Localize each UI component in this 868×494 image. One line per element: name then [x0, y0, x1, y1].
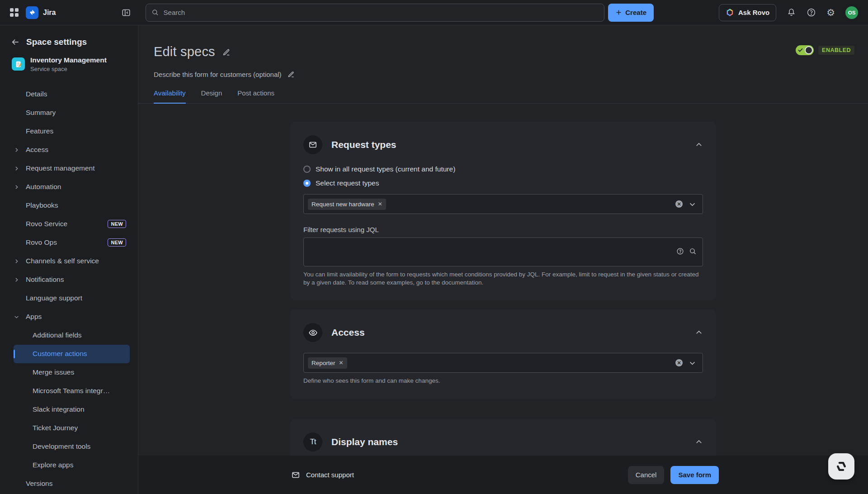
jira-mark-icon — [28, 9, 36, 16]
sidebar-item-label: Details — [26, 90, 47, 98]
sidebar-item-automation[interactable]: Automation — [14, 178, 130, 196]
card-title: Access — [331, 327, 365, 338]
rovo-hexagon-icon — [835, 461, 847, 472]
access-help-text: Define who sees this form and can make c… — [303, 377, 703, 385]
chevron-right-icon — [14, 277, 26, 283]
enabled-toggle[interactable] — [796, 45, 814, 55]
access-eye-icon — [303, 323, 322, 342]
collapse-card-chevron-icon[interactable] — [695, 438, 703, 446]
radio-show-all-request-types[interactable]: Show in all request types (current and f… — [303, 165, 703, 173]
tab-availability[interactable]: Availability — [154, 89, 186, 104]
footer-bar: Contact support Cancel Save form — [138, 456, 868, 494]
jql-help-icon[interactable] — [676, 247, 684, 256]
sidebar-item-apps[interactable]: Apps — [14, 308, 130, 326]
collapse-card-chevron-icon[interactable] — [695, 141, 703, 149]
sidebar-item-label: Summary — [26, 109, 56, 117]
sidebar-item-notifications[interactable]: Notifications — [14, 271, 130, 289]
sidebar-item-features[interactable]: Features — [14, 122, 130, 141]
radio-icon — [303, 166, 311, 173]
selected-access: Reporter✕ — [308, 357, 347, 369]
sidebar-item-label: Features — [26, 127, 53, 135]
jql-help-text: You can limit availability of the form t… — [303, 271, 703, 287]
user-avatar[interactable]: OS — [845, 6, 858, 19]
notifications-bell-icon[interactable] — [787, 8, 796, 17]
tag-chip-reporter: Reporter✕ — [308, 357, 347, 369]
sidebar-item-slack-integration[interactable]: Slack integration — [14, 400, 130, 419]
plus-icon — [615, 9, 622, 16]
sidebar-item-label: Playbooks — [26, 201, 58, 209]
sidebar-item-explore-apps[interactable]: Explore apps — [14, 456, 130, 475]
new-badge: NEW — [108, 238, 126, 247]
sidebar-item-details[interactable]: Details — [14, 85, 130, 104]
sidebar-item-versions[interactable]: Versions — [14, 475, 130, 493]
sidebar-item-merge-issues[interactable]: Merge issues — [14, 363, 130, 382]
edit-title-pencil-icon[interactable] — [222, 48, 231, 57]
sidebar-collapse-icon[interactable] — [121, 8, 131, 18]
remove-tag-icon[interactable]: ✕ — [339, 360, 344, 366]
search-input-container[interactable] — [146, 4, 604, 22]
cancel-button[interactable]: Cancel — [628, 466, 665, 484]
sidebar-item-label: Microsoft Teams integr… — [33, 387, 110, 395]
form-description-placeholder[interactable]: Describe this form for customers (option… — [154, 71, 282, 78]
top-bar: Jira Create — [0, 0, 868, 25]
settings-gear-icon[interactable]: ⚙ — [826, 8, 835, 17]
request-types-select[interactable]: Request new hardware✕ ✕ — [303, 194, 703, 214]
collapse-card-chevron-icon[interactable] — [695, 328, 703, 337]
sidebar-item-summary[interactable]: Summary — [14, 104, 130, 122]
toggle-knob — [805, 46, 813, 54]
sidebar-item-label: Language support — [26, 294, 82, 302]
clear-select-icon[interactable]: ✕ — [675, 200, 683, 208]
app-switcher-icon[interactable] — [10, 8, 19, 17]
sidebar-item-playbooks[interactable]: Playbooks — [14, 196, 130, 215]
contact-support-link[interactable]: Contact support — [291, 470, 354, 480]
jql-search-icon[interactable] — [689, 247, 697, 256]
ask-rovo-button[interactable]: Ask Rovo — [719, 4, 776, 21]
save-form-button[interactable]: Save form — [670, 466, 719, 484]
chevron-right-icon — [14, 184, 26, 190]
create-button[interactable]: Create — [608, 4, 654, 22]
sidebar-item-ticket-journey[interactable]: Ticket Journey — [14, 419, 130, 437]
remove-tag-icon[interactable]: ✕ — [378, 201, 382, 207]
back-arrow-icon — [11, 38, 20, 47]
sidebar-item-request-management[interactable]: Request management — [14, 159, 130, 178]
main-content: Edit specs ENABLED Describe this form fo… — [138, 25, 868, 494]
sidebar-item-channels-self-service[interactable]: Channels & self service — [14, 252, 130, 271]
sidebar-item-label: Explore apps — [33, 461, 73, 469]
app-name: Jira — [43, 9, 56, 17]
help-icon[interactable] — [807, 8, 816, 17]
project-name: Inventory Management — [30, 56, 107, 65]
tab-post-actions[interactable]: Post actions — [237, 89, 274, 104]
jql-field[interactable] — [303, 238, 703, 266]
jql-input[interactable] — [304, 238, 703, 266]
back-to-project-button[interactable]: Space settings — [0, 37, 138, 47]
sidebar-item-microsoft-teams-integr[interactable]: Microsoft Teams integr… — [14, 382, 130, 400]
sidebar-item-label: Access — [26, 146, 48, 154]
project-type: Service space — [30, 66, 107, 72]
sidebar-item-rovo-service[interactable]: Rovo ServiceNEW — [14, 215, 130, 233]
display-names-card: Tt Display names — [290, 419, 716, 456]
tag-label: Reporter — [311, 360, 335, 366]
sidebar-item-customer-actions[interactable]: Customer actions — [14, 345, 130, 363]
topbar-right: Ask Rovo ⚙ OS — [719, 4, 868, 21]
sidebar-item-access[interactable]: Access — [14, 141, 130, 159]
select-chevron-down-icon[interactable] — [689, 200, 696, 208]
edit-description-pencil-icon[interactable] — [287, 70, 295, 78]
sidebar-item-development-tools[interactable]: Development tools — [14, 437, 130, 456]
sidebar-item-language-support[interactable]: Language support — [14, 289, 130, 308]
sidebar-item-label: Customer actions — [33, 350, 87, 358]
jira-logo-icon[interactable] — [26, 6, 38, 19]
rovo-icon — [726, 8, 734, 17]
sidebar-item-additional-fields[interactable]: Additional fields — [14, 326, 130, 345]
access-select[interactable]: Reporter✕ ✕ — [303, 353, 703, 373]
sidebar-item-rovo-ops[interactable]: Rovo OpsNEW — [14, 233, 130, 252]
select-chevron-down-icon[interactable] — [689, 359, 696, 367]
clear-select-icon[interactable]: ✕ — [675, 359, 683, 366]
card-title: Request types — [331, 139, 396, 150]
radio-select-request-types[interactable]: Select request types — [303, 179, 703, 187]
tab-design[interactable]: Design — [201, 89, 222, 104]
sidebar-title: Space settings — [26, 37, 87, 47]
search-input[interactable] — [164, 9, 599, 16]
request-types-card: Request types Show in all request types … — [290, 122, 716, 300]
chevron-right-icon — [14, 166, 26, 171]
rovo-chat-fab-button[interactable] — [828, 453, 854, 480]
